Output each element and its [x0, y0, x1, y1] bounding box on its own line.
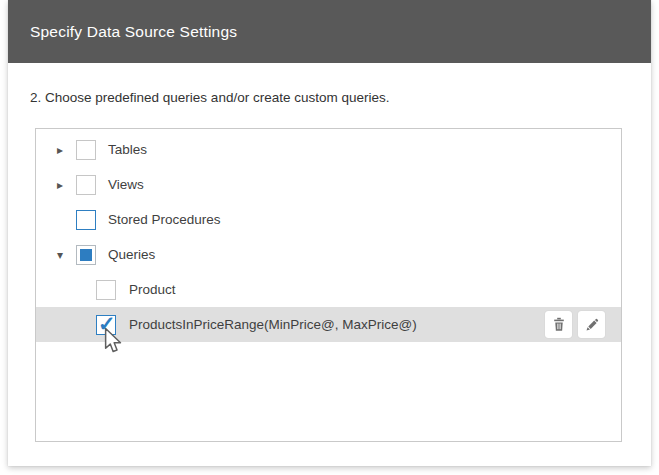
checkbox[interactable] [96, 280, 116, 300]
delete-query-button[interactable] [545, 311, 572, 338]
dialog-header: Specify Data Source Settings [8, 0, 651, 63]
dialog-title: Specify Data Source Settings [30, 23, 237, 41]
tree-item-label: Stored Procedures [108, 212, 221, 227]
tree-row-productsinpricerange-minprice-maxprice[interactable]: ProductsInPriceRange(MinPrice@, MaxPrice… [36, 307, 621, 342]
checkbox[interactable] [96, 315, 116, 335]
tree-item-label: ProductsInPriceRange(MinPrice@, MaxPrice… [129, 317, 417, 332]
tree-row-queries[interactable]: ▾ Queries [36, 237, 621, 272]
tree-item-label: Queries [108, 247, 155, 262]
expander-collapsed-icon[interactable]: ▸ [50, 143, 70, 157]
step-instruction: 2. Choose predefined queries and/or crea… [30, 90, 389, 105]
trash-icon [552, 317, 566, 332]
checkbox[interactable] [76, 175, 96, 195]
tree-item-label: Tables [108, 142, 147, 157]
screen: Specify Data Source Settings 2. Choose p… [0, 0, 659, 475]
tree-row-tables[interactable]: ▸ Tables [36, 132, 621, 167]
checkbox[interactable] [76, 140, 96, 160]
checkbox[interactable] [76, 245, 96, 265]
expander-expanded-icon[interactable]: ▾ [50, 248, 70, 262]
tree-row-product[interactable]: Product [36, 272, 621, 307]
tree-row-stored-procedures[interactable]: Stored Procedures [36, 202, 621, 237]
checkbox[interactable] [76, 210, 96, 230]
pencil-icon [585, 318, 599, 332]
expander-collapsed-icon[interactable]: ▸ [50, 178, 70, 192]
tree-item-label: Views [108, 177, 144, 192]
data-source-wizard-dialog: Specify Data Source Settings 2. Choose p… [8, 0, 651, 466]
edit-query-button[interactable] [578, 311, 605, 338]
tree-item-label: Product [129, 282, 176, 297]
query-tree: ▸ Tables ▸ Views Stored Procedures ▾ Que… [35, 128, 622, 442]
row-actions [545, 311, 605, 338]
tree-row-views[interactable]: ▸ Views [36, 167, 621, 202]
